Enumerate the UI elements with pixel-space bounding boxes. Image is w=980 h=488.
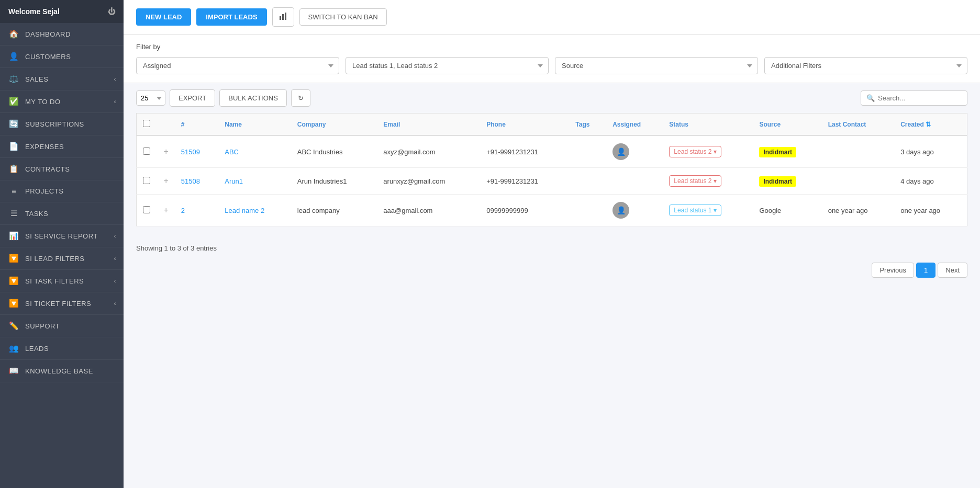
row-checkbox-1[interactable] xyxy=(143,177,150,184)
row-phone: +91-9991231231 xyxy=(480,168,569,195)
page-1-button[interactable]: 1 xyxy=(916,263,936,278)
projects-icon: ≡ xyxy=(8,187,20,196)
leads-icon: 👥 xyxy=(8,344,20,353)
lead-name-link[interactable]: Arun1 xyxy=(225,177,243,185)
lead-name-link[interactable]: ABC xyxy=(225,148,239,156)
sidebar-item-expenses[interactable]: 📄 EXPENSES xyxy=(0,135,124,158)
col-email: Email xyxy=(377,114,480,136)
row-source: Indidmart xyxy=(753,135,821,168)
svg-rect-2 xyxy=(285,13,286,20)
sidebar-label-contracts: CONTRACTS xyxy=(25,165,70,173)
leads-table-wrap: # Name Company Email Phone Tags Assigned… xyxy=(124,113,980,239)
row-expand-cell: + xyxy=(158,135,175,168)
source-badge: Indidmart xyxy=(759,176,796,187)
table-controls: 25 50 100 EXPORT BULK ACTIONS ↻ 🔍 xyxy=(124,83,980,113)
page-size-select[interactable]: 25 50 100 xyxy=(136,90,165,106)
additional-filter[interactable]: Additional Filters xyxy=(764,57,967,74)
col-status: Status xyxy=(663,114,753,136)
sidebar-item-projects[interactable]: ≡ PROJECTS xyxy=(0,180,124,202)
sidebar-item-si-task-filters[interactable]: 🔽 SI TASK FILTERS ‹ xyxy=(0,270,124,292)
status-chevron: ▾ xyxy=(714,177,717,185)
knowledge-base-icon: 📖 xyxy=(8,366,20,376)
row-name: ABC xyxy=(218,135,291,168)
row-tags xyxy=(569,168,606,195)
row-expand-btn-2[interactable]: + xyxy=(164,206,169,215)
chevron-sales: ‹ xyxy=(114,76,116,82)
sidebar-item-customers[interactable]: 👤 CUSTOMERS xyxy=(0,46,124,68)
prev-page-button[interactable]: Previous xyxy=(872,263,914,278)
sidebar-item-si-lead-filters[interactable]: 🔽 SI LEAD FILTERS ‹ xyxy=(0,247,124,270)
sidebar-item-leads[interactable]: 👥 LEADS xyxy=(0,337,124,360)
row-last-contact: one year ago xyxy=(822,195,895,226)
sidebar-item-support[interactable]: ✏️ SUPPORT xyxy=(0,315,124,337)
sidebar-item-knowledge-base[interactable]: 📖 KNOWLEDGE BASE xyxy=(0,360,124,382)
status-chevron: ▾ xyxy=(714,148,717,155)
sidebar-item-dashboard[interactable]: 🏠 DASHBOARD xyxy=(0,23,124,46)
leads-tbody: + 51509 ABC ABC Industries axyz@gmail.co… xyxy=(137,135,967,226)
lead-id-link[interactable]: 2 xyxy=(181,207,185,214)
row-expand-btn-0[interactable]: + xyxy=(164,147,169,156)
power-icon[interactable]: ⏻ xyxy=(108,7,115,16)
sidebar-label-knowledge-base: KNOWLEDGE BASE xyxy=(25,367,93,375)
sidebar-header: Welcome Sejal ⏻ xyxy=(0,0,124,23)
sidebar-item-tasks[interactable]: ☰ TASKS xyxy=(0,202,124,225)
source-text: Google xyxy=(759,207,781,214)
contracts-icon: 📋 xyxy=(8,164,20,174)
si-ticket-filters-icon: 🔽 xyxy=(8,299,20,308)
col-created: Created ⇅ xyxy=(894,114,967,136)
sidebar-label-projects: PROJECTS xyxy=(25,187,63,195)
sidebar: Welcome Sejal ⏻ 🏠 DASHBOARD 👤 CUSTOMERS … xyxy=(0,0,124,488)
row-checkbox-cell xyxy=(137,195,158,226)
status-badge[interactable]: Lead status 2 ▾ xyxy=(669,146,721,157)
sidebar-item-si-service-report[interactable]: 📊 SI SERVICE REPORT ‹ xyxy=(0,225,124,247)
new-lead-button[interactable]: NEW LEAD xyxy=(136,8,191,26)
search-input[interactable] xyxy=(878,94,962,102)
next-page-button[interactable]: Next xyxy=(938,263,967,278)
sidebar-item-subscriptions[interactable]: 🔄 SUBSCRIPTIONS xyxy=(0,113,124,135)
switch-kanban-button[interactable]: SWITCH TO KAN BAN xyxy=(299,8,387,26)
status-badge[interactable]: Lead status 2 ▾ xyxy=(669,175,721,187)
lead-name-link[interactable]: Lead name 2 xyxy=(225,207,264,214)
dashboard-icon: 🏠 xyxy=(8,29,20,39)
row-id: 51508 xyxy=(175,168,218,195)
main-content: NEW LEAD IMPORT LEADS SWITCH TO KAN BAN … xyxy=(124,0,980,488)
row-company: Arun Industries1 xyxy=(291,168,377,195)
sidebar-item-sales[interactable]: ⚖️ SALES ‹ xyxy=(0,68,124,90)
lead-id-link[interactable]: 51509 xyxy=(181,148,200,156)
sidebar-item-my-to-do[interactable]: ✅ MY TO DO ‹ xyxy=(0,90,124,113)
import-leads-button[interactable]: IMPORT LEADS xyxy=(196,8,266,26)
row-status: Lead status 2 ▾ xyxy=(663,135,753,168)
status-filter[interactable]: Lead status 1, Lead status 2 xyxy=(346,57,549,74)
lead-id-link[interactable]: 51508 xyxy=(181,177,200,185)
table-row: + 51508 Arun1 Arun Industries1 arunxyz@g… xyxy=(137,168,967,195)
bulk-actions-button[interactable]: BULK ACTIONS xyxy=(219,89,287,107)
row-created: 3 days ago xyxy=(894,135,967,168)
assigned-filter[interactable]: Assigned xyxy=(136,57,339,74)
sidebar-label-si-lead-filters: SI LEAD FILTERS xyxy=(25,255,84,263)
source-filter[interactable]: Source xyxy=(555,57,758,74)
select-all-checkbox[interactable] xyxy=(143,120,150,127)
refresh-button[interactable]: ↻ xyxy=(291,89,310,107)
sort-icon[interactable]: ⇅ xyxy=(926,121,931,128)
export-button[interactable]: EXPORT xyxy=(170,89,215,107)
subscriptions-icon: 🔄 xyxy=(8,119,20,129)
row-checkbox-0[interactable] xyxy=(143,147,150,155)
sidebar-label-dashboard: DASHBOARD xyxy=(25,30,71,38)
row-last-contact xyxy=(822,135,895,168)
sidebar-label-sales: SALES xyxy=(25,75,48,83)
row-checkbox-2[interactable] xyxy=(143,206,150,213)
row-expand-btn-1[interactable]: + xyxy=(164,176,169,186)
col-last-contact: Last Contact xyxy=(822,114,895,136)
si-task-filters-icon: 🔽 xyxy=(8,276,20,286)
row-name: Arun1 xyxy=(218,168,291,195)
chevron-si-lead-filters: ‹ xyxy=(114,255,116,262)
sidebar-item-contracts[interactable]: 📋 CONTRACTS xyxy=(0,158,124,180)
row-email: aaa@gmail.com xyxy=(377,195,480,226)
status-badge[interactable]: Lead status 1 ▾ xyxy=(669,205,721,216)
sidebar-label-leads: LEADS xyxy=(25,345,49,353)
pagination: Previous 1 Next xyxy=(124,257,980,283)
sidebar-item-si-ticket-filters[interactable]: 🔽 SI TICKET FILTERS ‹ xyxy=(0,292,124,315)
chart-icon-button[interactable] xyxy=(272,7,294,27)
row-assigned: 👤 xyxy=(606,195,663,226)
my-to-do-icon: ✅ xyxy=(8,97,20,106)
